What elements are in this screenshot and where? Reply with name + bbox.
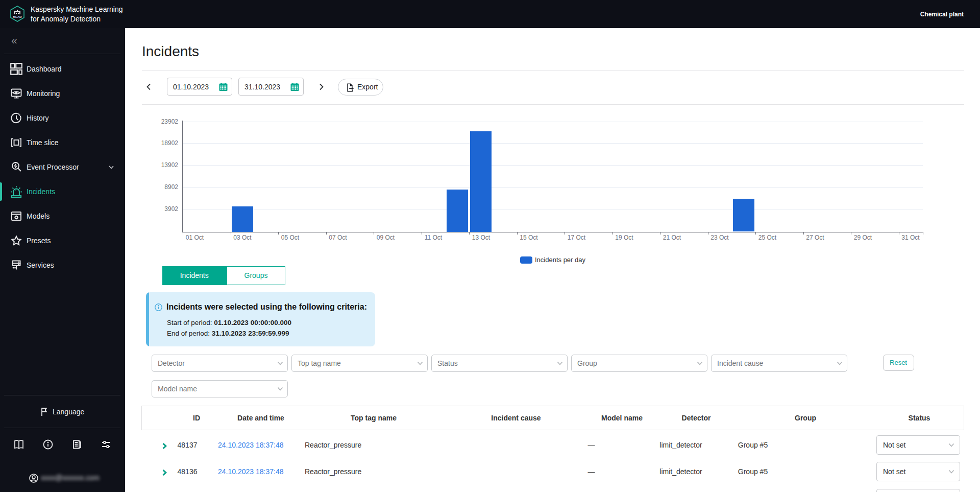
svg-text:MLAD: MLAD xyxy=(13,15,22,18)
